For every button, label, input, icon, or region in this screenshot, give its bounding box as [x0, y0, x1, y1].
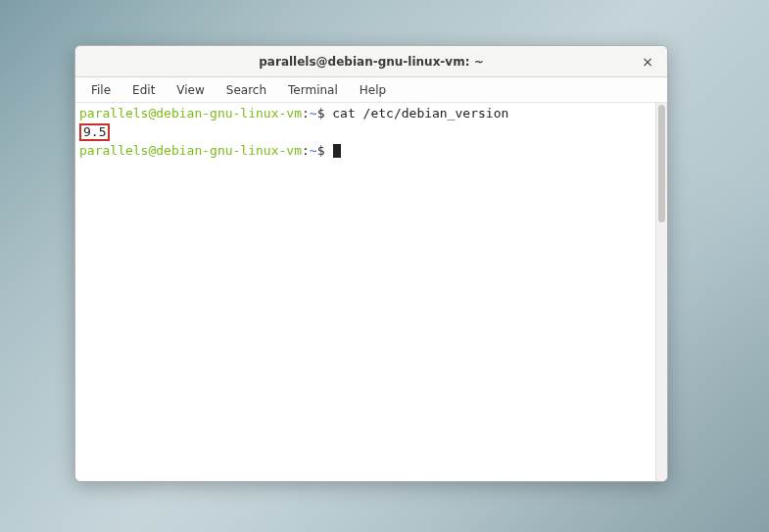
prompt-sep-2: : — [302, 143, 310, 158]
prompt-user-host-2: parallels@debian-gnu-linux-vm — [79, 143, 302, 158]
prompt-sep: : — [302, 106, 310, 121]
command-output-highlighted: 9.5 — [79, 123, 110, 141]
terminal-body[interactable]: parallels@debian-gnu-linux-vm:~$ cat /et… — [75, 103, 667, 481]
menu-item-help[interactable]: Help — [350, 80, 396, 100]
scroll-thumb[interactable] — [658, 105, 665, 222]
command-text: cat /etc/debian_version — [332, 106, 508, 121]
titlebar[interactable]: parallels@debian-gnu-linux-vm: ~ × — [75, 46, 667, 77]
menu-item-edit[interactable]: Edit — [122, 80, 165, 100]
window-title: parallels@debian-gnu-linux-vm: ~ — [75, 55, 667, 69]
close-button[interactable]: × — [638, 52, 657, 72]
terminal-content[interactable]: parallels@debian-gnu-linux-vm:~$ cat /et… — [75, 103, 655, 481]
prompt-path-2: ~ — [310, 143, 317, 158]
close-icon: × — [642, 54, 653, 70]
menubar: File Edit View Search Terminal Help — [75, 77, 667, 103]
prompt-user-host: parallels@debian-gnu-linux-vm — [79, 106, 302, 121]
scrollbar[interactable] — [655, 103, 667, 481]
prompt-symbol-2: $ — [317, 143, 325, 158]
terminal-window: parallels@debian-gnu-linux-vm: ~ × File … — [74, 45, 668, 482]
prompt-path: ~ — [310, 106, 317, 121]
prompt-symbol: $ — [317, 106, 325, 121]
menu-item-terminal[interactable]: Terminal — [278, 80, 348, 100]
menu-item-search[interactable]: Search — [216, 80, 276, 100]
menu-item-file[interactable]: File — [81, 80, 120, 100]
cursor-block — [333, 144, 341, 158]
menu-item-view[interactable]: View — [167, 80, 214, 100]
